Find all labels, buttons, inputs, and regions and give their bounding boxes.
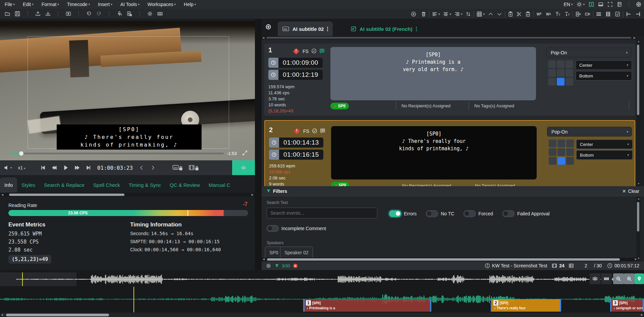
tc-in-value[interactable]: 01:00:09:00 (278, 58, 323, 68)
clear-filters-button[interactable]: ✕ Clear (622, 189, 639, 194)
incomplete-comment-toggle[interactable] (267, 225, 279, 232)
failed-approval-toggle[interactable] (502, 210, 515, 217)
position-cell[interactable] (566, 157, 574, 165)
snap-end-icon[interactable] (635, 11, 641, 17)
seek-bar[interactable] (10, 153, 224, 154)
grid-view-caret[interactable]: ▾ (483, 12, 485, 16)
delete-event-icon[interactable] (421, 11, 426, 17)
recipients-label[interactable]: No Recipient(s) Assigned (401, 103, 450, 108)
remove-speaker-icon[interactable]: ✕ (334, 104, 336, 108)
split-view-icon[interactable] (589, 2, 594, 7)
event-list-vscrollbar[interactable]: ▲ ▼ (636, 39, 640, 186)
next-event-icon[interactable] (150, 165, 156, 170)
tc-out-field[interactable]: 01:00:16:15 (269, 150, 323, 160)
skip-start-icon[interactable] (40, 165, 46, 170)
add-event-icon[interactable] (411, 11, 416, 17)
display-style-select[interactable]: Pop-On▾ (547, 127, 632, 137)
theme-icon[interactable]: ▾ (577, 2, 585, 7)
tab-qc-review[interactable]: QC & Review (165, 177, 204, 193)
timeline-scrollbar[interactable]: ◀ ▶ (0, 313, 644, 317)
display-style-select[interactable]: Pop-On▾ (546, 48, 631, 57)
merge-events-icon[interactable] (576, 11, 581, 17)
keyboard-shortcuts-icon[interactable] (157, 11, 163, 16)
timeline-event-block[interactable]: 3[SP0] ♪ serigraph or scre (610, 299, 644, 312)
tags-label[interactable]: No Tags(s) Assigned (475, 183, 515, 186)
zoom-out-button[interactable] (613, 273, 624, 284)
position-cell[interactable] (557, 69, 565, 77)
tc-in-field[interactable]: 01:00:09:00 (268, 58, 323, 68)
position-cell[interactable] (566, 60, 573, 68)
forced-toggle[interactable] (464, 210, 476, 217)
position-cell[interactable] (566, 140, 574, 147)
position-cell[interactable] (557, 60, 565, 68)
play-icon[interactable] (63, 165, 68, 170)
cut-icon[interactable] (517, 11, 522, 17)
tab-spell-check[interactable]: Spell Check (89, 177, 124, 193)
track-menu-icon[interactable] (416, 27, 417, 31)
menu-help[interactable]: Help▾ (184, 2, 196, 7)
position-cell[interactable] (548, 60, 556, 68)
line-up-icon[interactable]: T (555, 11, 560, 17)
comment-icon[interactable] (319, 48, 325, 54)
align-center-icon[interactable] (443, 11, 448, 17)
settings-icon[interactable] (147, 11, 153, 16)
rows-icon[interactable] (596, 11, 601, 17)
grid-view-icon[interactable] (477, 11, 482, 17)
position-cell[interactable] (557, 148, 565, 156)
tab-manual[interactable]: Manual C (204, 177, 234, 193)
track-tab-2[interactable]: AI subtitle 02 (French) (346, 21, 422, 36)
menu-ai-tools[interactable]: AI Tools▾ (120, 2, 140, 7)
position-cell[interactable] (549, 140, 556, 147)
redo-icon[interactable] (96, 11, 102, 16)
undo-icon[interactable] (86, 11, 92, 16)
menu-workspaces[interactable]: Workspaces▾ (148, 2, 176, 7)
translate-icon[interactable] (127, 11, 132, 16)
position-cell[interactable] (548, 78, 556, 86)
word-up-icon[interactable]: W (536, 11, 542, 17)
event-count-icon[interactable] (569, 263, 574, 268)
comment-icon[interactable] (320, 128, 325, 134)
align-left-caret[interactable]: ▾ (438, 12, 440, 16)
tc-out-field[interactable]: 01:00:12:19 (268, 70, 323, 80)
timeline-scrollbar-thumb[interactable] (6, 314, 109, 316)
save-icon[interactable] (15, 11, 20, 16)
timeline-event-block[interactable]: 1[SP0] ♪ Printmaking is a (303, 299, 431, 312)
reel-icon[interactable] (636, 2, 641, 7)
skip-end-icon[interactable] (86, 165, 91, 170)
track-tab-1[interactable]: CC AI subtitle 02 (278, 21, 333, 36)
clear-filter-status-icon[interactable] (293, 263, 298, 268)
tc-in-field[interactable]: 01:00:14:13 (269, 138, 323, 148)
speaker-pill[interactable]: ✕SP0 (330, 103, 349, 109)
remove-speaker-icon[interactable]: ✕ (334, 183, 337, 187)
tab-search-replace[interactable]: Search & Replace (40, 177, 89, 193)
halign-select[interactable]: Center▾ (576, 60, 632, 70)
tc-out-value[interactable]: 01:00:16:15 (279, 150, 323, 160)
notes-icon[interactable] (617, 2, 622, 7)
speaker-filter-speaker02[interactable]: Speaker 02 (280, 247, 313, 258)
position-cell[interactable] (566, 148, 574, 156)
valign-select[interactable]: Bottom▾ (576, 71, 632, 81)
move-up-icon[interactable] (488, 11, 493, 17)
follow-playhead-button[interactable] (635, 273, 644, 284)
cc-lock-icon[interactable]: CC (172, 165, 182, 171)
video-player[interactable]: [SP0] ♪ There's really four kinds of pri… (0, 21, 255, 160)
dock-bottom-icon[interactable] (598, 2, 603, 7)
dictation-icon[interactable] (117, 11, 122, 16)
prev-event-icon[interactable] (139, 165, 144, 170)
approve-check-icon[interactable] (312, 128, 317, 134)
track-menu-icon[interactable] (327, 27, 328, 31)
filters-vscrollbar[interactable]: ▲ ▼ (636, 197, 640, 261)
menu-format[interactable]: Format▾ (42, 2, 59, 7)
event-row-1[interactable]: 1 ! FS 01:00:09:00 01:00:12:19 159.574 w… (264, 44, 635, 116)
language-selector[interactable]: EN▾ (564, 2, 573, 7)
preview-button[interactable] (232, 160, 255, 175)
approve-icon[interactable] (615, 11, 620, 17)
import-icon[interactable] (35, 11, 41, 16)
snap-start-icon[interactable] (626, 11, 631, 17)
rewind-icon[interactable] (52, 165, 57, 170)
export-video-icon[interactable] (66, 11, 71, 16)
align-right-caret[interactable]: ▾ (461, 12, 463, 16)
valign-select[interactable]: Bottom▾ (576, 150, 633, 160)
speaker-pill[interactable]: ✕SP0 (331, 182, 350, 186)
audio-overview-waveform[interactable] (0, 272, 644, 286)
